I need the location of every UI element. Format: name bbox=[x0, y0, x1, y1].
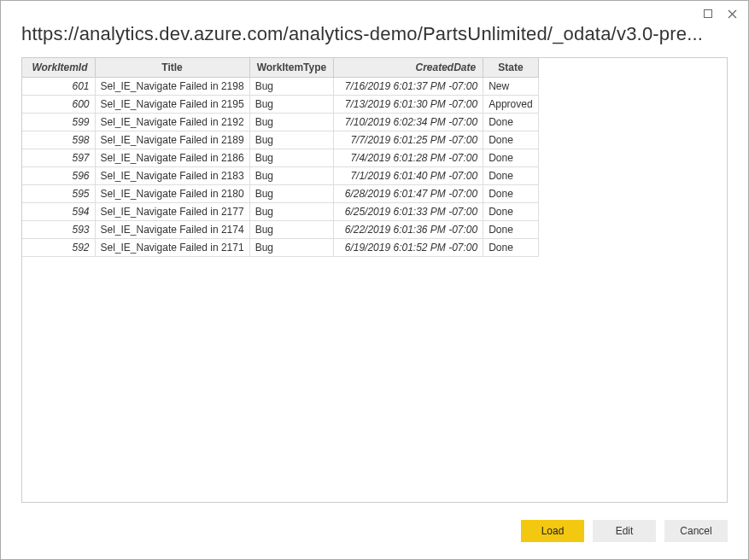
load-button[interactable]: Load bbox=[521, 520, 584, 542]
cell-title: Sel_IE_Navigate Failed in 2192 bbox=[95, 114, 249, 131]
table-row[interactable]: 595Sel_IE_Navigate Failed in 2180Bug6/28… bbox=[22, 185, 538, 203]
cell-title: Sel_IE_Navigate Failed in 2195 bbox=[95, 96, 249, 114]
cell-workitemid: 598 bbox=[22, 131, 95, 149]
cell-title: Sel_IE_Navigate Failed in 2186 bbox=[95, 149, 249, 167]
cell-workitemid: 595 bbox=[22, 185, 95, 203]
cell-workitemtype: Bug bbox=[249, 203, 334, 221]
cell-title: Sel_IE_Navigate Failed in 2171 bbox=[95, 239, 249, 257]
cell-createddate: 6/19/2019 6:01:52 PM -07:00 bbox=[334, 239, 483, 257]
table-row[interactable]: 600Sel_IE_Navigate Failed in 2195Bug7/13… bbox=[22, 96, 538, 114]
cell-workitemid: 593 bbox=[22, 221, 95, 239]
table-row[interactable]: 599Sel_IE_Navigate Failed in 2192Bug7/10… bbox=[22, 114, 538, 131]
cell-createddate: 7/13/2019 6:01:30 PM -07:00 bbox=[334, 96, 483, 114]
cell-workitemid: 594 bbox=[22, 203, 95, 221]
cell-createddate: 7/10/2019 6:02:34 PM -07:00 bbox=[334, 114, 483, 131]
cell-workitemtype: Bug bbox=[249, 221, 334, 239]
cell-workitemtype: Bug bbox=[249, 149, 334, 167]
edit-button[interactable]: Edit bbox=[593, 520, 656, 542]
col-header-createddate[interactable]: CreatedDate bbox=[334, 58, 483, 78]
cell-title: Sel_IE_Navigate Failed in 2177 bbox=[95, 203, 249, 221]
cell-workitemid: 597 bbox=[22, 149, 95, 167]
cell-workitemtype: Bug bbox=[249, 96, 334, 114]
data-preview-pane: WorkItemId Title WorkItemType CreatedDat… bbox=[21, 57, 728, 503]
cell-createddate: 7/16/2019 6:01:37 PM -07:00 bbox=[334, 78, 483, 96]
table-row[interactable]: 592Sel_IE_Navigate Failed in 2171Bug6/19… bbox=[22, 239, 538, 257]
maximize-icon[interactable] bbox=[700, 6, 716, 21]
data-table: WorkItemId Title WorkItemType CreatedDat… bbox=[22, 58, 539, 257]
cell-createddate: 6/25/2019 6:01:33 PM -07:00 bbox=[334, 203, 483, 221]
cell-workitemtype: Bug bbox=[249, 185, 334, 203]
cell-state: Done bbox=[483, 203, 538, 221]
cell-state: Done bbox=[483, 149, 538, 167]
cancel-button[interactable]: Cancel bbox=[664, 520, 728, 542]
cell-createddate: 6/22/2019 6:01:36 PM -07:00 bbox=[334, 221, 483, 239]
cell-workitemtype: Bug bbox=[249, 131, 334, 149]
col-header-state[interactable]: State bbox=[483, 58, 538, 78]
cell-workitemtype: Bug bbox=[249, 78, 334, 96]
table-row[interactable]: 597Sel_IE_Navigate Failed in 2186Bug7/4/… bbox=[22, 149, 538, 167]
cell-state: New bbox=[483, 78, 538, 96]
table-header-row: WorkItemId Title WorkItemType CreatedDat… bbox=[22, 58, 538, 78]
cell-state: Done bbox=[483, 239, 538, 257]
cell-workitemtype: Bug bbox=[249, 167, 334, 185]
cell-workitemtype: Bug bbox=[249, 239, 334, 257]
cell-workitemid: 600 bbox=[22, 96, 95, 114]
cell-createddate: 7/4/2019 6:01:28 PM -07:00 bbox=[334, 149, 483, 167]
cell-state: Done bbox=[483, 131, 538, 149]
col-header-workitemtype[interactable]: WorkItemType bbox=[249, 58, 334, 78]
table-row[interactable]: 598Sel_IE_Navigate Failed in 2189Bug7/7/… bbox=[22, 131, 538, 149]
col-header-workitemid[interactable]: WorkItemId bbox=[22, 58, 95, 78]
cell-workitemid: 601 bbox=[22, 78, 95, 96]
window-titlebar bbox=[1, 1, 748, 21]
cell-title: Sel_IE_Navigate Failed in 2189 bbox=[95, 131, 249, 149]
table-row[interactable]: 601Sel_IE_Navigate Failed in 2198Bug7/16… bbox=[22, 78, 538, 96]
cell-createddate: 6/28/2019 6:01:47 PM -07:00 bbox=[334, 185, 483, 203]
col-header-title[interactable]: Title bbox=[95, 58, 249, 78]
cell-state: Done bbox=[483, 167, 538, 185]
cell-title: Sel_IE_Navigate Failed in 2180 bbox=[95, 185, 249, 203]
table-row[interactable]: 594Sel_IE_Navigate Failed in 2177Bug6/25… bbox=[22, 203, 538, 221]
cell-state: Done bbox=[483, 114, 538, 131]
cell-state: Done bbox=[483, 221, 538, 239]
page-title: https://analytics.dev.azure.com/analytic… bbox=[1, 21, 748, 57]
cell-title: Sel_IE_Navigate Failed in 2183 bbox=[95, 167, 249, 185]
cell-workitemtype: Bug bbox=[249, 114, 334, 131]
cell-createddate: 7/1/2019 6:01:40 PM -07:00 bbox=[334, 167, 483, 185]
cell-workitemid: 599 bbox=[22, 114, 95, 131]
cell-createddate: 7/7/2019 6:01:25 PM -07:00 bbox=[334, 131, 483, 149]
cell-title: Sel_IE_Navigate Failed in 2174 bbox=[95, 221, 249, 239]
cell-workitemid: 592 bbox=[22, 239, 95, 257]
svg-rect-0 bbox=[705, 10, 712, 18]
table-row[interactable]: 596Sel_IE_Navigate Failed in 2183Bug7/1/… bbox=[22, 167, 538, 185]
cell-title: Sel_IE_Navigate Failed in 2198 bbox=[95, 78, 249, 96]
cell-workitemid: 596 bbox=[22, 167, 95, 185]
cell-state: Approved bbox=[483, 96, 538, 114]
cell-state: Done bbox=[483, 185, 538, 203]
close-icon[interactable] bbox=[724, 6, 740, 21]
dialog-footer: Load Edit Cancel bbox=[1, 511, 748, 559]
table-row[interactable]: 593Sel_IE_Navigate Failed in 2174Bug6/22… bbox=[22, 221, 538, 239]
